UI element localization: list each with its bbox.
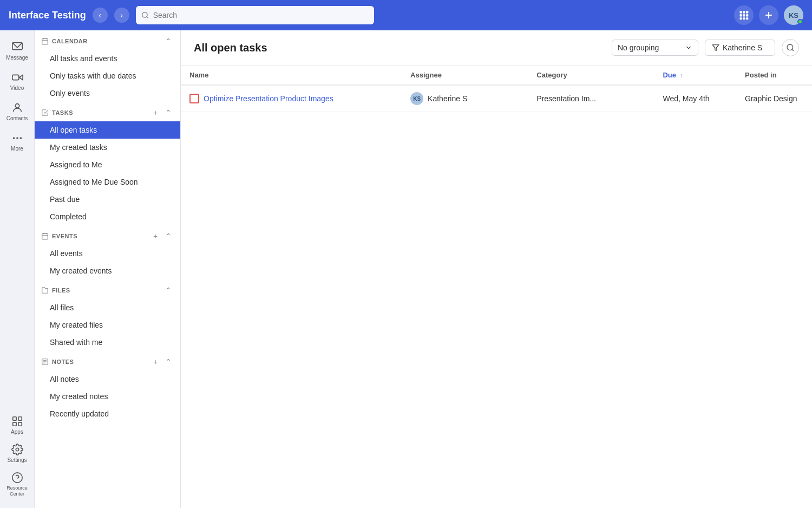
add-button[interactable]: [759, 5, 778, 25]
sidebar-item-recently-updated[interactable]: Recently updated: [35, 405, 180, 422]
svg-point-19: [19, 137, 22, 139]
sidebar-item-assigned-to-me[interactable]: Assigned to Me: [35, 156, 180, 173]
files-section-header: FILES ⌃: [35, 279, 180, 299]
sidebar-item-all-open-tasks[interactable]: All open tasks: [35, 121, 180, 139]
sidebar-item-only-events[interactable]: Only events: [35, 84, 180, 102]
svg-point-25: [12, 473, 22, 483]
events-add-button[interactable]: +: [150, 231, 161, 242]
files-collapse-button[interactable]: ⌃: [163, 285, 174, 296]
topbar-right: KS: [734, 5, 803, 25]
sidebar-item-my-created-tasks[interactable]: My created tasks: [35, 139, 180, 156]
svg-rect-21: [18, 417, 21, 420]
svg-point-40: [787, 44, 793, 50]
col-header-name[interactable]: Name: [181, 66, 402, 85]
filter-label: Katherine S: [723, 43, 762, 52]
col-header-assignee[interactable]: Assignee: [402, 66, 528, 85]
task-name-link[interactable]: Optimize Presentation Product Images: [204, 94, 333, 103]
events-collapse-button[interactable]: ⌃: [163, 231, 174, 242]
events-section-icon: [41, 232, 49, 240]
message-label: Message: [6, 55, 28, 61]
sidebar-item-assigned-to-me-due-soon[interactable]: Assigned to Me Due Soon: [35, 173, 180, 191]
sidebar-item-settings[interactable]: Settings: [3, 439, 31, 467]
svg-point-18: [16, 137, 18, 139]
assignee-name: Katherine S: [428, 94, 467, 103]
task-assignee-cell: KS Katherine S: [402, 85, 528, 112]
grouping-label: No grouping: [618, 43, 659, 52]
calendar-section-icon: [41, 37, 49, 45]
app-title: Interface Testing: [9, 10, 86, 21]
calendar-section-header: CALENDAR ⌃: [35, 30, 180, 50]
task-due-cell: Wed, May 4th: [654, 85, 736, 112]
assignee-avatar: KS: [410, 92, 423, 105]
table-search-button[interactable]: [782, 39, 799, 56]
tasks-table-wrap: Name Assignee Category Due ↑ Posted in: [181, 66, 812, 508]
grouping-select[interactable]: No grouping: [612, 40, 698, 56]
notes-section-header: NOTES + ⌃: [35, 351, 180, 370]
tasks-collapse-button[interactable]: ⌃: [163, 107, 174, 118]
events-section-label: EVENTS: [52, 233, 77, 239]
layout: Message Video Contacts More: [0, 30, 812, 508]
sort-arrow-due: ↑: [680, 72, 684, 79]
sidebar-item-all-tasks-events[interactable]: All tasks and events: [35, 50, 180, 67]
svg-rect-3: [743, 11, 745, 14]
online-status-dot: [797, 19, 803, 24]
tasks-table: Name Assignee Category Due ↑ Posted in: [181, 66, 812, 112]
sidebar-item-shared-with-me[interactable]: Shared with me: [35, 334, 180, 351]
sidebar-item-all-events[interactable]: All events: [35, 245, 180, 262]
tasks-section-header: TASKS + ⌃: [35, 102, 180, 121]
sidebar-item-my-created-events[interactable]: My created events: [35, 262, 180, 279]
sidebar-item-more[interactable]: More: [3, 128, 31, 156]
video-icon: [11, 71, 23, 83]
svg-rect-22: [12, 422, 16, 426]
notes-section-label: NOTES: [52, 359, 74, 365]
svg-point-17: [12, 137, 15, 139]
notes-collapse-button[interactable]: ⌃: [163, 356, 174, 367]
more-icon: [11, 132, 23, 144]
notes-add-button[interactable]: +: [150, 356, 161, 367]
sidebar-item-apps[interactable]: Apps: [3, 411, 31, 439]
sidebar-item-contacts[interactable]: Contacts: [3, 97, 31, 126]
col-header-posted-in[interactable]: Posted in: [736, 66, 812, 85]
grid-apps-button[interactable]: [734, 5, 754, 25]
search-input[interactable]: [153, 11, 369, 19]
tasks-add-button[interactable]: +: [150, 107, 161, 118]
svg-line-1: [146, 17, 148, 18]
contacts-icon: [11, 102, 23, 114]
resource-center-label: Resource Center: [6, 485, 28, 497]
filter-button[interactable]: Katherine S: [705, 40, 775, 56]
grid-icon: [738, 10, 749, 21]
apps-label: Apps: [11, 429, 23, 435]
main-content: All open tasks No grouping Katherine S: [181, 30, 812, 508]
svg-rect-2: [740, 11, 742, 14]
files-section-actions: ⌃: [163, 285, 174, 296]
forward-button[interactable]: ›: [114, 8, 129, 23]
calendar-collapse-button[interactable]: ⌃: [163, 36, 174, 47]
settings-icon: [11, 444, 23, 455]
sidebar-item-my-created-notes[interactable]: My created notes: [35, 388, 180, 405]
sidebar-item-my-created-files[interactable]: My created files: [35, 316, 180, 334]
svg-rect-10: [746, 17, 748, 19]
sidebar-item-all-notes[interactable]: All notes: [35, 370, 180, 388]
back-button[interactable]: ‹: [93, 8, 108, 23]
svg-rect-6: [743, 14, 745, 16]
task-checkbox[interactable]: [189, 94, 199, 103]
svg-marker-15: [19, 75, 22, 80]
sidebar-item-past-due[interactable]: Past due: [35, 191, 180, 208]
sidebar-item-only-tasks-due-dates[interactable]: Only tasks with due dates: [35, 67, 180, 84]
svg-rect-4: [746, 11, 748, 14]
col-header-due[interactable]: Due ↑: [654, 66, 736, 85]
svg-rect-8: [740, 17, 742, 19]
table-row: Optimize Presentation Product Images KS …: [181, 85, 812, 112]
sidebar-item-message[interactable]: Message: [3, 37, 31, 65]
events-section-actions: + ⌃: [150, 231, 174, 242]
col-header-category[interactable]: Category: [528, 66, 654, 85]
page-title: All open tasks: [194, 42, 605, 54]
svg-marker-39: [712, 45, 719, 51]
avatar[interactable]: KS: [784, 5, 803, 25]
files-section-label: FILES: [52, 287, 70, 294]
sidebar-item-video[interactable]: Video: [3, 67, 31, 95]
svg-rect-31: [42, 233, 48, 239]
sidebar-item-all-files[interactable]: All files: [35, 299, 180, 316]
sidebar-item-completed[interactable]: Completed: [35, 208, 180, 225]
sidebar-item-resource-center[interactable]: Resource Center: [3, 467, 31, 502]
